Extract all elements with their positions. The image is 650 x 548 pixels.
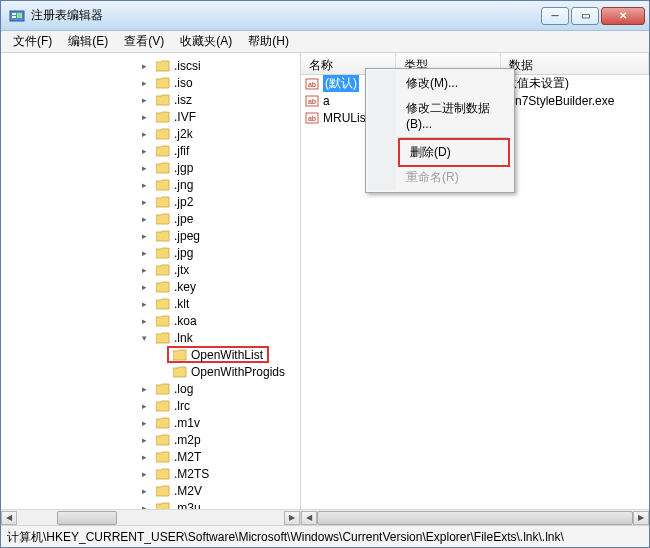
tree-node-label: .iscsi [174, 59, 201, 73]
hscroll-thumb[interactable] [57, 511, 117, 525]
highlight-annotation: 删除(D) [398, 138, 510, 167]
tree-node-label: .iso [174, 76, 193, 90]
context-menu-rename: 重命名(R) [396, 165, 512, 190]
cell-data: a [501, 111, 645, 125]
tree-node[interactable]: .jgp [1, 159, 300, 176]
hscroll-right-button[interactable]: ▶ [284, 511, 300, 525]
tree-node[interactable]: .koa [1, 312, 300, 329]
tree-node[interactable]: .iso [1, 74, 300, 91]
tree-node-label: .key [174, 280, 196, 294]
hscroll-thumb[interactable] [317, 511, 633, 525]
highlight-annotation: OpenWithList [167, 346, 269, 363]
tree-node-label: OpenWithList [191, 348, 263, 362]
tree-node[interactable]: .jfif [1, 142, 300, 159]
close-button[interactable]: ✕ [601, 7, 645, 25]
tree-node[interactable]: .isz [1, 91, 300, 108]
maximize-button[interactable]: ▭ [571, 7, 599, 25]
tree-node-label: .j2k [174, 127, 193, 141]
column-data[interactable]: 数据 [501, 53, 649, 74]
string-value-icon: ab [305, 77, 319, 91]
tree-node-label: .m2p [174, 433, 201, 447]
list-hscrollbar[interactable]: ◀ ▶ [301, 509, 649, 525]
folder-icon [156, 264, 170, 276]
tree-node[interactable]: .j2k [1, 125, 300, 142]
tree-node[interactable]: .lrc [1, 397, 300, 414]
folder-icon [156, 332, 170, 344]
tree-node-label: .log [174, 382, 193, 396]
tree-node[interactable]: .m2p [1, 431, 300, 448]
tree-node[interactable]: OpenWithList [1, 346, 300, 363]
tree-node-label: .lrc [174, 399, 190, 413]
tree-node[interactable]: .jng [1, 176, 300, 193]
hscroll-left-button[interactable]: ◀ [301, 511, 317, 525]
cell-data: (数值未设置) [501, 75, 645, 92]
app-icon [9, 8, 25, 24]
menu-edit[interactable]: 编辑(E) [60, 30, 116, 53]
registry-tree: .iscsi.iso.isz.IVF.j2k.jfif.jgp.jng.jp2.… [1, 53, 300, 509]
svg-rect-3 [17, 13, 22, 18]
tree-node-label: .m1v [174, 416, 200, 430]
folder-icon [156, 502, 170, 510]
statusbar: 计算机\HKEY_CURRENT_USER\Software\Microsoft… [1, 525, 649, 547]
svg-text:ab: ab [308, 81, 316, 88]
tree-node[interactable]: .jpeg [1, 227, 300, 244]
hscroll-track[interactable] [17, 511, 284, 525]
tree-node-label: .M2T [174, 450, 201, 464]
tree-node[interactable]: OpenWithProgids [1, 363, 300, 380]
context-menu: 修改(M)...修改二进制数据(B)...删除(D)重命名(R) [365, 68, 515, 193]
tree-node[interactable]: .iscsi [1, 57, 300, 74]
tree-node-label: .isz [174, 93, 192, 107]
tree-node-label: .klt [174, 297, 189, 311]
menu-view[interactable]: 查看(V) [116, 30, 172, 53]
folder-icon [156, 162, 170, 174]
tree-node[interactable]: .key [1, 278, 300, 295]
tree-node[interactable]: .klt [1, 295, 300, 312]
hscroll-right-button[interactable]: ▶ [633, 511, 649, 525]
minimize-button[interactable]: ─ [541, 7, 569, 25]
context-menu-delete[interactable]: 删除(D) [400, 140, 508, 165]
tree-node[interactable]: .IVF [1, 108, 300, 125]
tree-node-label: .IVF [174, 110, 196, 124]
folder-icon [156, 128, 170, 140]
svg-rect-2 [12, 16, 16, 18]
context-menu-modify[interactable]: 修改(M)... [396, 71, 512, 96]
titlebar: 注册表编辑器 ─ ▭ ✕ [1, 1, 649, 31]
folder-icon [173, 349, 187, 361]
tree-node-label: .jpe [174, 212, 193, 226]
menu-favorites[interactable]: 收藏夹(A) [172, 30, 240, 53]
menubar: 文件(F) 编辑(E) 查看(V) 收藏夹(A) 帮助(H) [1, 31, 649, 53]
folder-icon [156, 400, 170, 412]
folder-icon [156, 417, 170, 429]
menu-help[interactable]: 帮助(H) [240, 30, 297, 53]
window-title: 注册表编辑器 [31, 7, 541, 24]
tree-node[interactable]: .jtx [1, 261, 300, 278]
tree-node[interactable]: .M2T [1, 448, 300, 465]
tree-node-label: .M2V [174, 484, 202, 498]
tree-pane: .iscsi.iso.isz.IVF.j2k.jfif.jgp.jng.jp2.… [1, 53, 301, 525]
folder-icon [156, 468, 170, 480]
tree-scroll[interactable]: .iscsi.iso.isz.IVF.j2k.jfif.jgp.jng.jp2.… [1, 53, 300, 509]
folder-icon [156, 451, 170, 463]
folder-icon [156, 247, 170, 259]
folder-icon [156, 179, 170, 191]
tree-hscrollbar[interactable]: ◀ ▶ [1, 509, 300, 525]
tree-node[interactable]: .jp2 [1, 193, 300, 210]
tree-node[interactable]: .M2V [1, 482, 300, 499]
hscroll-track[interactable] [317, 511, 633, 525]
tree-node[interactable]: .log [1, 380, 300, 397]
hscroll-left-button[interactable]: ◀ [1, 511, 17, 525]
tree-node[interactable]: .lnk [1, 329, 300, 346]
tree-node[interactable]: .jpg [1, 244, 300, 261]
folder-icon [173, 366, 187, 378]
tree-node[interactable]: .m1v [1, 414, 300, 431]
menu-file[interactable]: 文件(F) [5, 30, 60, 53]
string-value-icon: ab [305, 94, 319, 108]
tree-node-label: .lnk [174, 331, 193, 345]
tree-node[interactable]: .m3u [1, 499, 300, 509]
tree-node[interactable]: .M2TS [1, 465, 300, 482]
tree-node[interactable]: .jpe [1, 210, 300, 227]
context-menu-modify_binary[interactable]: 修改二进制数据(B)... [396, 96, 512, 135]
folder-icon [156, 60, 170, 72]
folder-icon [156, 213, 170, 225]
folder-icon [156, 281, 170, 293]
